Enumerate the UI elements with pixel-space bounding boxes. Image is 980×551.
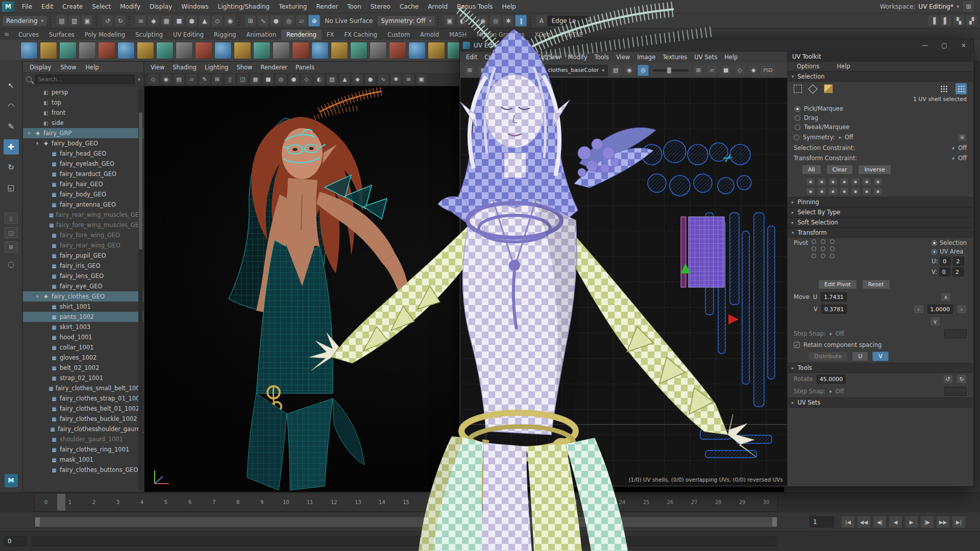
safe-action-icon[interactable]: ◎ [276, 74, 286, 85]
workspace-selector[interactable]: Workspace: UV Editing* ▾ ⊞ [880, 1, 980, 12]
pivot-position-grid[interactable] [812, 239, 837, 258]
move-down-icon[interactable]: ∨ [930, 317, 940, 326]
outliner-item-skirt-1003[interactable]: ▦skirt_1003 [23, 322, 143, 332]
viewport-menu-view[interactable]: View [146, 64, 168, 71]
current-frame-field[interactable]: 1 [810, 516, 834, 528]
menu-modify[interactable]: Modify [115, 0, 145, 13]
convert-selection-icon[interactable]: ▪ [862, 187, 871, 195]
lasso-tool-icon[interactable]: ◠ [4, 98, 19, 114]
shelf-tab-sculpting[interactable]: Sculpting [130, 30, 168, 40]
outliner-item-front[interactable]: ◧front [23, 108, 143, 118]
shelf-icon[interactable] [195, 42, 212, 59]
selection-constraint-value[interactable]: Off [958, 144, 967, 152]
step-snap-value[interactable]: Off [836, 330, 844, 337]
pivot-uv-area-radio[interactable] [932, 249, 937, 255]
menu-lighting-shading[interactable]: Lighting/Shading [213, 0, 274, 13]
camera-attributes-icon[interactable]: ◇ [148, 74, 159, 85]
pivot-v-max-field[interactable]: 2 [952, 267, 964, 277]
menu-windows[interactable]: Windows [177, 0, 213, 13]
diamond-select-icon[interactable] [808, 84, 817, 93]
convert-selection-icon[interactable]: ▪ [862, 178, 871, 186]
select-by-hierarchy-icon[interactable]: ≡ [135, 15, 146, 27]
rotate-cw-icon[interactable]: ↻ [957, 374, 967, 384]
select-all-button[interactable]: All [802, 165, 821, 174]
outliner-item-fairy-rear-wing-geo[interactable]: ▦fairy_rear_wing_GEO [23, 240, 143, 251]
outliner-item-fairy-iris-geo[interactable]: ▦fairy_iris_GEO [23, 261, 143, 271]
move-right-icon[interactable]: › [957, 305, 967, 314]
select-by-object-icon[interactable]: ◆ [148, 15, 159, 27]
menu-select[interactable]: Select [87, 0, 115, 13]
cube-select-icon[interactable] [824, 84, 833, 93]
shelf-icon[interactable] [273, 42, 290, 59]
snap-to-projected-center-icon[interactable]: ◎ [283, 15, 295, 27]
undo-icon[interactable]: ↺ [102, 15, 113, 27]
workspace-options-icon[interactable]: ⊞ [963, 1, 974, 12]
mask-mesh-icon[interactable]: ■ [173, 15, 185, 27]
section-select-by-type[interactable]: ▸ Select By Type [788, 207, 973, 217]
convert-selection-icon[interactable]: ▪ [840, 178, 849, 186]
outliner-item-fairy-clothes-geo[interactable]: ▾✚fairy_clothes_GEO [23, 291, 143, 302]
shelf-icon[interactable] [98, 42, 115, 59]
shelf-menu-icon[interactable]: ≡ [0, 29, 13, 40]
go-to-end-button[interactable]: ▶| [952, 516, 966, 528]
menu-create[interactable]: Create [58, 0, 87, 13]
shelf-icon[interactable] [117, 42, 135, 59]
move-step-field[interactable]: 1.0000 [927, 305, 953, 314]
open-scene-icon[interactable]: ▧ [68, 15, 80, 27]
outliner-item-fairy-pupil-geo[interactable]: ▦fairy_pupil_GEO [23, 251, 143, 261]
move-left-icon[interactable]: ‹ [914, 305, 924, 314]
toolbar-separator[interactable] [95, 16, 99, 26]
outliner-item-mask-1001[interactable]: ▦mask_1001 [23, 455, 143, 465]
rotate-step-snap-value[interactable]: Off [836, 388, 844, 395]
distribute-button[interactable]: Distribute [808, 352, 848, 361]
move-tool-icon[interactable]: ✚ [4, 139, 19, 155]
outliner-item-top[interactable]: ◧top [23, 97, 143, 108]
step-forward-frame-button[interactable]: |▶ [920, 516, 934, 528]
convert-selection-icon[interactable]: ▪ [851, 187, 860, 195]
outliner-item-strap-02-1001[interactable]: ▦strap_02_1001 [23, 373, 143, 383]
outliner-item-fairy-clothes-buckle-1002[interactable]: ▦fairy_clothes_buckle_1002 [23, 414, 143, 424]
outliner-item-fairy-rear-wing-muscles-geo[interactable]: ▦fairy_rear_wing_muscles_GEO [23, 210, 143, 220]
shelf-icon[interactable] [176, 42, 193, 59]
move-up-icon[interactable]: ∧ [941, 292, 951, 302]
outliner-item-fairy-body-geo[interactable]: ▾✚fairy_body_GEO [23, 138, 143, 148]
menu-set-dropdown[interactable]: Rendering ▾ [2, 15, 47, 27]
radio-tweak-marquee[interactable]: Tweak/Marquee [788, 122, 973, 132]
film-gate-icon[interactable]: ▯ [225, 74, 235, 85]
shelf-tab-surfaces[interactable]: Surfaces [44, 30, 80, 40]
section-uv-sets[interactable]: ▸ UV Sets [788, 397, 973, 408]
inverse-selection-button[interactable]: Inverse [858, 165, 891, 174]
menu-file[interactable]: File [17, 0, 37, 13]
distribute-u-button[interactable]: U [852, 352, 868, 361]
outliner-item-collar-1001[interactable]: ▦collar_1001 [23, 342, 143, 353]
tool-settings-toggle-icon[interactable]: ▌ [940, 15, 952, 27]
step-forward-key-button[interactable]: ▶▶ [936, 516, 950, 528]
play-forwards-button[interactable]: ▶ [904, 516, 918, 528]
outliner-item-persp[interactable]: ◧persp [23, 87, 143, 97]
convert-selection-icon[interactable]: ▪ [851, 178, 860, 186]
toolkit-menu-options[interactable]: Options [792, 63, 824, 70]
shelf-icon[interactable] [234, 42, 251, 59]
convert-selection-icon[interactable]: ▪ [806, 187, 815, 195]
shelf-tab-animation[interactable]: Animation [241, 30, 282, 40]
convert-selection-icon[interactable]: ▪ [873, 187, 883, 195]
expand-arrow-icon[interactable]: ▾ [26, 131, 32, 136]
shelf-icon[interactable] [214, 42, 232, 59]
resolution-gate-icon[interactable]: ◫ [237, 74, 248, 85]
outliner-scrollbar[interactable] [138, 88, 143, 491]
textured-fairy-model[interactable] [296, 0, 796, 551]
redo-icon[interactable]: ↻ [114, 15, 126, 27]
scale-tool-icon[interactable]: ◱ [4, 180, 19, 195]
outliner-item-fairy-eyelash-geo[interactable]: ▦fairy_eyelash_GEO [23, 159, 143, 169]
pivot-selection-radio[interactable] [932, 240, 937, 246]
pivot-u-min-field[interactable]: 0 [940, 257, 951, 266]
section-pinning[interactable]: ▸ Pinning [788, 197, 973, 207]
outliner-item-fairy-antenna-geo[interactable]: ▦fairy_antenna_GEO [23, 199, 143, 210]
distribute-v-button[interactable]: V [872, 352, 889, 361]
bookmark-icon[interactable]: ◉ [161, 74, 172, 85]
four-pane-layout-icon[interactable]: ◫ [5, 227, 18, 238]
outliner-item-fairy-lens-geo[interactable]: ▦fairy_lens_GEO [23, 271, 143, 281]
uv-select-mode-icon[interactable] [938, 83, 949, 94]
outliner-item-shoulder-gaurd-1001[interactable]: ▦shoulder_gaurd_1001 [23, 434, 143, 444]
outliner-item-fairy-clothesshoulder-gaurd[interactable]: ▦fairy_clothesshoulder_gaurd_ [23, 424, 143, 434]
